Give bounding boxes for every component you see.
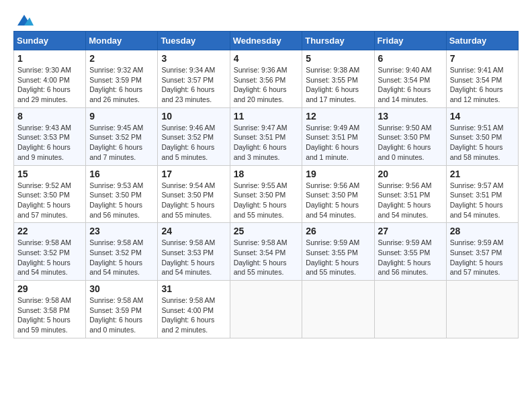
calendar-cell: [230, 281, 302, 338]
day-detail: Sunrise: 9:58 AM Sunset: 4:00 PM Dayligh…: [161, 295, 226, 335]
calendar-week-row: 8Sunrise: 9:43 AM Sunset: 3:53 PM Daylig…: [14, 107, 519, 165]
day-detail: Sunrise: 9:58 AM Sunset: 3:58 PM Dayligh…: [17, 295, 82, 335]
day-number: 7: [450, 53, 515, 64]
calendar-week-row: 1Sunrise: 9:30 AM Sunset: 4:00 PM Daylig…: [14, 50, 519, 108]
day-number: 8: [17, 111, 82, 122]
column-header-saturday: Saturday: [446, 32, 518, 50]
logo-icon: [15, 13, 34, 27]
calendar-cell: 1Sunrise: 9:30 AM Sunset: 4:00 PM Daylig…: [14, 50, 86, 108]
calendar-cell: 28Sunrise: 9:59 AM Sunset: 3:57 PM Dayli…: [446, 223, 518, 281]
day-number: 24: [161, 226, 226, 236]
calendar-cell: 13Sunrise: 9:50 AM Sunset: 3:50 PM Dayli…: [374, 107, 446, 165]
calendar-cell: 26Sunrise: 9:59 AM Sunset: 3:55 PM Dayli…: [302, 223, 374, 281]
calendar-cell: 27Sunrise: 9:59 AM Sunset: 3:55 PM Dayli…: [374, 223, 446, 281]
calendar-cell: 8Sunrise: 9:43 AM Sunset: 3:53 PM Daylig…: [14, 107, 86, 165]
day-detail: Sunrise: 9:30 AM Sunset: 4:00 PM Dayligh…: [17, 65, 82, 105]
calendar-cell: 24Sunrise: 9:58 AM Sunset: 3:53 PM Dayli…: [158, 223, 230, 281]
column-header-tuesday: Tuesday: [158, 32, 230, 50]
calendar-cell: 20Sunrise: 9:56 AM Sunset: 3:51 PM Dayli…: [374, 165, 446, 223]
calendar-cell: [302, 281, 374, 338]
day-detail: Sunrise: 9:58 AM Sunset: 3:53 PM Dayligh…: [161, 238, 226, 277]
day-number: 18: [234, 169, 299, 179]
logo: [13, 13, 34, 24]
day-number: 27: [378, 226, 443, 236]
calendar-cell: 5Sunrise: 9:38 AM Sunset: 3:55 PM Daylig…: [302, 50, 374, 108]
day-detail: Sunrise: 9:40 AM Sunset: 3:54 PM Dayligh…: [378, 65, 443, 105]
day-detail: Sunrise: 9:58 AM Sunset: 3:54 PM Dayligh…: [234, 238, 299, 277]
day-number: 15: [17, 169, 82, 179]
day-number: 21: [450, 169, 515, 179]
calendar-cell: 23Sunrise: 9:58 AM Sunset: 3:52 PM Dayli…: [86, 223, 158, 281]
day-detail: Sunrise: 9:38 AM Sunset: 3:55 PM Dayligh…: [306, 65, 370, 105]
calendar-cell: 14Sunrise: 9:51 AM Sunset: 3:50 PM Dayli…: [446, 107, 518, 165]
day-detail: Sunrise: 9:41 AM Sunset: 3:54 PM Dayligh…: [450, 65, 515, 105]
day-number: 13: [378, 111, 443, 122]
calendar-cell: 25Sunrise: 9:58 AM Sunset: 3:54 PM Dayli…: [230, 223, 302, 281]
day-detail: Sunrise: 9:59 AM Sunset: 3:55 PM Dayligh…: [378, 238, 443, 277]
day-number: 17: [161, 169, 226, 179]
day-detail: Sunrise: 9:56 AM Sunset: 3:51 PM Dayligh…: [378, 181, 443, 220]
calendar-week-row: 15Sunrise: 9:52 AM Sunset: 3:50 PM Dayli…: [14, 165, 519, 223]
day-detail: Sunrise: 9:45 AM Sunset: 3:52 PM Dayligh…: [89, 123, 154, 163]
day-number: 23: [89, 226, 154, 236]
day-detail: Sunrise: 9:56 AM Sunset: 3:50 PM Dayligh…: [306, 181, 370, 220]
day-number: 26: [306, 226, 370, 236]
day-detail: Sunrise: 9:49 AM Sunset: 3:51 PM Dayligh…: [306, 123, 370, 163]
day-number: 4: [234, 53, 299, 64]
calendar-cell: 4Sunrise: 9:36 AM Sunset: 3:56 PM Daylig…: [230, 50, 302, 108]
calendar-cell: 7Sunrise: 9:41 AM Sunset: 3:54 PM Daylig…: [446, 50, 518, 108]
calendar-cell: 30Sunrise: 9:58 AM Sunset: 3:59 PM Dayli…: [86, 281, 158, 338]
calendar-cell: [446, 281, 518, 338]
day-number: 11: [234, 111, 299, 122]
day-detail: Sunrise: 9:47 AM Sunset: 3:51 PM Dayligh…: [234, 123, 299, 163]
day-detail: Sunrise: 9:59 AM Sunset: 3:55 PM Dayligh…: [306, 238, 370, 277]
calendar-week-row: 22Sunrise: 9:58 AM Sunset: 3:52 PM Dayli…: [14, 223, 519, 281]
calendar-cell: 31Sunrise: 9:58 AM Sunset: 4:00 PM Dayli…: [158, 281, 230, 338]
day-number: 19: [306, 169, 370, 179]
day-number: 6: [378, 53, 443, 64]
day-detail: Sunrise: 9:59 AM Sunset: 3:57 PM Dayligh…: [450, 238, 515, 277]
day-detail: Sunrise: 9:51 AM Sunset: 3:50 PM Dayligh…: [450, 123, 515, 163]
calendar-week-row: 29Sunrise: 9:58 AM Sunset: 3:58 PM Dayli…: [14, 281, 519, 338]
column-header-friday: Friday: [374, 32, 446, 50]
day-detail: Sunrise: 9:32 AM Sunset: 3:59 PM Dayligh…: [89, 65, 154, 105]
calendar-cell: 6Sunrise: 9:40 AM Sunset: 3:54 PM Daylig…: [374, 50, 446, 108]
day-number: 16: [89, 169, 154, 179]
column-header-monday: Monday: [86, 32, 158, 50]
day-number: 22: [17, 226, 82, 236]
page-header: [13, 13, 519, 24]
day-number: 28: [450, 226, 515, 236]
calendar-cell: 15Sunrise: 9:52 AM Sunset: 3:50 PM Dayli…: [14, 165, 86, 223]
day-detail: Sunrise: 9:53 AM Sunset: 3:50 PM Dayligh…: [89, 181, 154, 220]
calendar-header-row: SundayMondayTuesdayWednesdayThursdayFrid…: [14, 32, 519, 50]
calendar-cell: 18Sunrise: 9:55 AM Sunset: 3:50 PM Dayli…: [230, 165, 302, 223]
day-number: 30: [89, 283, 154, 294]
calendar-cell: 11Sunrise: 9:47 AM Sunset: 3:51 PM Dayli…: [230, 107, 302, 165]
day-detail: Sunrise: 9:55 AM Sunset: 3:50 PM Dayligh…: [234, 181, 299, 220]
day-detail: Sunrise: 9:58 AM Sunset: 3:59 PM Dayligh…: [89, 295, 154, 335]
day-number: 9: [89, 111, 154, 122]
calendar-cell: 3Sunrise: 9:34 AM Sunset: 3:57 PM Daylig…: [158, 50, 230, 108]
day-number: 14: [450, 111, 515, 122]
day-number: 2: [89, 53, 154, 64]
day-number: 5: [306, 53, 370, 64]
calendar-cell: 22Sunrise: 9:58 AM Sunset: 3:52 PM Dayli…: [14, 223, 86, 281]
column-header-sunday: Sunday: [14, 32, 86, 50]
calendar-cell: 17Sunrise: 9:54 AM Sunset: 3:50 PM Dayli…: [158, 165, 230, 223]
day-detail: Sunrise: 9:43 AM Sunset: 3:53 PM Dayligh…: [17, 123, 82, 163]
day-number: 1: [17, 53, 82, 64]
day-detail: Sunrise: 9:57 AM Sunset: 3:51 PM Dayligh…: [450, 181, 515, 220]
day-number: 20: [378, 169, 443, 179]
column-header-wednesday: Wednesday: [230, 32, 302, 50]
calendar-cell: 29Sunrise: 9:58 AM Sunset: 3:58 PM Dayli…: [14, 281, 86, 338]
calendar-cell: [374, 281, 446, 338]
day-number: 10: [161, 111, 226, 122]
day-number: 12: [306, 111, 370, 122]
day-number: 29: [17, 283, 82, 294]
calendar-cell: 10Sunrise: 9:46 AM Sunset: 3:52 PM Dayli…: [158, 107, 230, 165]
day-detail: Sunrise: 9:36 AM Sunset: 3:56 PM Dayligh…: [234, 65, 299, 105]
calendar-cell: 19Sunrise: 9:56 AM Sunset: 3:50 PM Dayli…: [302, 165, 374, 223]
calendar-table: SundayMondayTuesdayWednesdayThursdayFrid…: [13, 31, 519, 338]
calendar-cell: 12Sunrise: 9:49 AM Sunset: 3:51 PM Dayli…: [302, 107, 374, 165]
day-detail: Sunrise: 9:34 AM Sunset: 3:57 PM Dayligh…: [161, 65, 226, 105]
